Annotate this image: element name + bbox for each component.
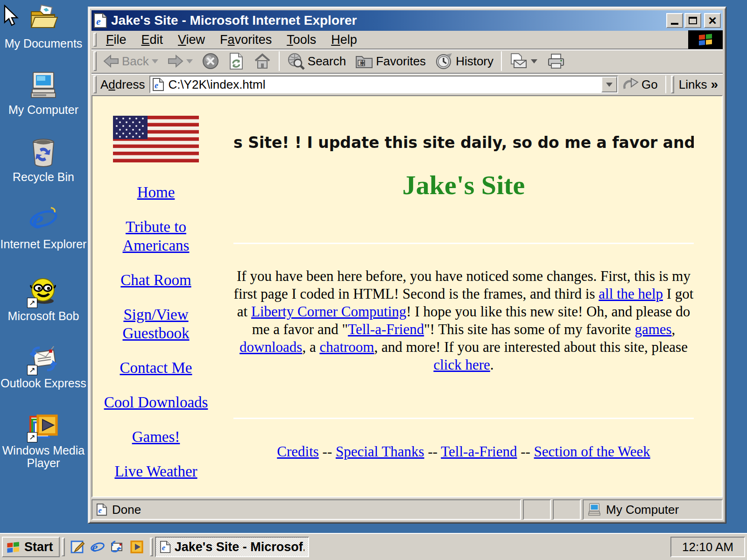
start-label: Start xyxy=(24,540,53,554)
show-desktop-icon[interactable] xyxy=(70,539,85,554)
links-bar[interactable]: Links » xyxy=(676,75,721,94)
link-tell-a-friend-footer[interactable]: Tell-a-Friend xyxy=(441,443,517,460)
taskbar-grip[interactable] xyxy=(150,538,153,556)
refresh-button[interactable] xyxy=(224,51,249,71)
address-dropdown-button[interactable] xyxy=(601,77,617,92)
link-section-of-the-week[interactable]: Section of the Week xyxy=(534,443,650,460)
nav-link-contact[interactable]: Contact Me xyxy=(100,358,212,377)
taskbar-task-jakes-site[interactable]: e Jake's Site - Microsof... xyxy=(155,537,309,557)
search-button[interactable]: Search xyxy=(282,51,351,71)
desktop-icon-my-computer[interactable]: My Computer xyxy=(0,70,87,116)
desktop-icon-label: Microsoft Bob xyxy=(8,310,79,322)
status-pane xyxy=(553,499,581,520)
status-message: e Done xyxy=(92,499,521,520)
link-tell-a-friend[interactable]: Tell-a-Friend xyxy=(348,321,424,337)
mail-button[interactable] xyxy=(505,51,542,71)
history-label: History xyxy=(456,54,493,69)
nav-link-games[interactable]: Games! xyxy=(100,427,212,446)
horizontal-rule xyxy=(233,243,694,244)
svg-text:e: e xyxy=(92,540,98,554)
nav-link-weather[interactable]: Live Weather xyxy=(100,462,212,481)
title-bar[interactable]: e Jake's Site - Microsoft Internet Explo… xyxy=(92,10,723,31)
menu-favorites[interactable]: Favorites xyxy=(212,31,279,49)
favorites-icon: ✱ xyxy=(355,54,373,69)
favorites-button[interactable]: ✱ Favorites xyxy=(351,51,430,71)
clock-tray[interactable]: 12:10 AM xyxy=(670,537,745,557)
status-pane xyxy=(523,499,551,520)
menu-edit[interactable]: Edit xyxy=(134,31,171,49)
links-grip[interactable] xyxy=(671,76,674,93)
site-navigation: Home Tribute to Americans Chat Room Sign… xyxy=(100,183,212,497)
stop-button[interactable] xyxy=(197,51,224,71)
desktop-icon-microsoft-bob[interactable]: ↗ Microsoft Bob xyxy=(0,276,87,322)
menu-grip[interactable] xyxy=(93,33,97,47)
forward-button[interactable] xyxy=(163,51,197,71)
american-flag-image xyxy=(113,114,199,162)
menu-view[interactable]: View xyxy=(170,31,212,49)
ie-page-icon: e xyxy=(152,77,164,91)
quick-launch: e xyxy=(67,539,148,554)
desktop-icon-label: My Documents xyxy=(5,37,83,50)
ie-page-icon: e xyxy=(96,503,107,516)
maximize-button[interactable] xyxy=(684,13,701,28)
nav-link-guestbook[interactable]: Sign/View Guestbook xyxy=(100,305,212,343)
quick-launch-outlook-icon[interactable] xyxy=(110,539,125,554)
nav-link-downloads[interactable]: Cool Downloads xyxy=(100,393,212,412)
link-chatroom[interactable]: chatroom xyxy=(319,339,374,355)
link-click-here[interactable]: click here xyxy=(433,357,490,373)
link-all-the-help[interactable]: all the help xyxy=(599,286,663,302)
link-downloads[interactable]: downloads xyxy=(240,339,302,355)
desktop-icon-outlook-express[interactable]: ↗ Outlook Express xyxy=(0,343,87,390)
home-icon xyxy=(254,53,271,69)
history-button[interactable]: History xyxy=(430,51,498,71)
link-liberty-corner-computing[interactable]: Liberty Corner Computing xyxy=(251,303,406,320)
menu-tools[interactable]: Tools xyxy=(279,31,324,49)
search-icon xyxy=(287,52,305,70)
status-text: Done xyxy=(112,503,141,517)
home-button[interactable] xyxy=(249,51,276,71)
task-label: Jake's Site - Microsof... xyxy=(175,540,304,554)
ie-page-icon: e xyxy=(93,13,107,28)
zone-text: My Computer xyxy=(606,503,679,517)
link-games[interactable]: games xyxy=(634,321,671,337)
browser-viewport: Home Tribute to Americans Chat Room Sign… xyxy=(92,95,723,497)
minimize-button[interactable] xyxy=(666,13,683,28)
address-separator xyxy=(665,76,666,93)
nav-link-tribute[interactable]: Tribute to Americans xyxy=(100,217,212,255)
menu-help[interactable]: Help xyxy=(324,31,365,49)
windows-logo-icon xyxy=(6,540,21,554)
print-button[interactable] xyxy=(542,51,570,71)
desktop-icon-label: Windows Media Player xyxy=(0,444,87,469)
link-special-thanks[interactable]: Special Thanks xyxy=(336,443,424,460)
recycle-bin-icon xyxy=(28,137,59,168)
security-zone: My Computer xyxy=(583,499,723,520)
desktop-icon-label: My Computer xyxy=(8,104,78,116)
desktop-icon-recycle-bin[interactable]: Recycle Bin xyxy=(0,137,87,183)
desktop-icon-label: Outlook Express xyxy=(0,377,86,390)
address-input[interactable]: e C:\Y2K\index.html xyxy=(149,76,618,93)
close-button[interactable]: × xyxy=(704,13,721,28)
desktop-icon-label: Internet Explorer xyxy=(0,238,87,251)
toolbar-separator xyxy=(501,51,502,71)
status-bar: e Done My Computer xyxy=(92,499,723,520)
nav-link-chat-room[interactable]: Chat Room xyxy=(100,271,212,289)
address-grip[interactable] xyxy=(93,76,97,93)
toolbar-grip[interactable] xyxy=(93,51,97,71)
quick-launch-ie-icon[interactable]: e xyxy=(90,539,105,554)
horizontal-rule xyxy=(233,418,694,419)
mail-icon xyxy=(509,53,528,70)
link-credits[interactable]: Credits xyxy=(277,443,319,460)
desktop-icon-windows-media-player[interactable]: ↗ Windows Media Player xyxy=(0,411,87,469)
taskbar-grip[interactable] xyxy=(62,538,65,556)
start-button[interactable]: Start xyxy=(2,537,60,557)
back-button[interactable]: Back xyxy=(99,51,163,71)
mouse-cursor-icon xyxy=(4,5,21,29)
menu-file[interactable]: File xyxy=(99,31,134,49)
my-computer-icon xyxy=(587,503,601,517)
desktop-icon-internet-explorer[interactable]: e Internet Explorer xyxy=(0,204,87,251)
stop-icon xyxy=(202,53,219,70)
go-button[interactable]: Go xyxy=(618,75,662,94)
quick-launch-wmp-icon[interactable] xyxy=(129,539,144,554)
nav-link-home[interactable]: Home xyxy=(100,183,212,202)
favorites-label: Favorites xyxy=(376,54,426,69)
